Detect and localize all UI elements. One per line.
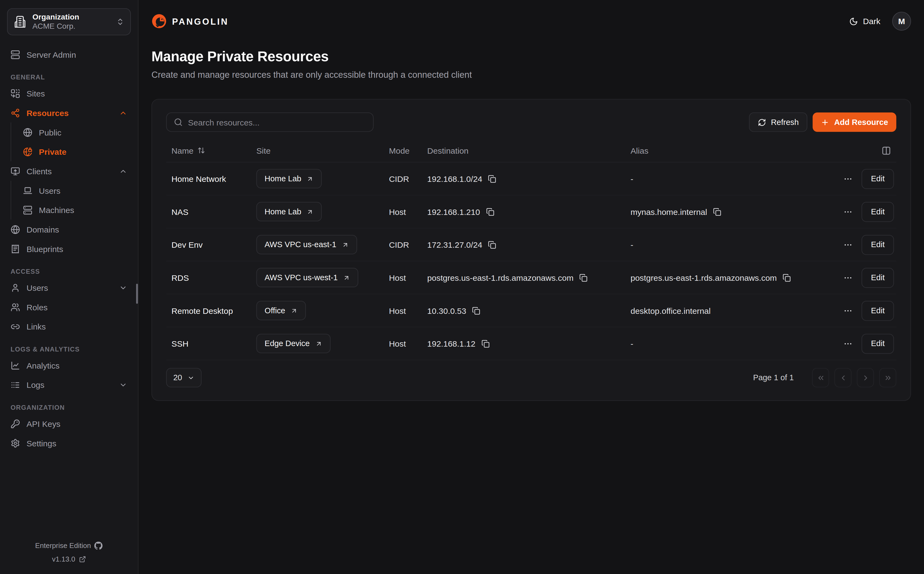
- copy-destination-button[interactable]: [481, 339, 489, 347]
- edit-button[interactable]: Edit: [862, 202, 894, 222]
- edit-button[interactable]: Edit: [862, 268, 894, 287]
- resource-mode: Host: [389, 273, 427, 282]
- row-menu-button[interactable]: [843, 306, 853, 315]
- copy-alias-button[interactable]: [713, 208, 721, 216]
- copy-icon: [488, 240, 496, 249]
- row-menu-button[interactable]: [843, 240, 853, 249]
- site-link-button[interactable]: AWS VPC us-east-1: [256, 235, 357, 254]
- plus-icon: [821, 118, 829, 126]
- search-box[interactable]: [166, 112, 374, 132]
- globe-icon: [23, 128, 33, 137]
- site-link-button[interactable]: Home Lab: [256, 202, 322, 221]
- site-link-button[interactable]: Home Lab: [256, 169, 322, 188]
- sidebar-item-users[interactable]: Users: [7, 278, 131, 297]
- site-link-button[interactable]: AWS VPC us-west-1: [256, 268, 358, 287]
- sidebar-item-private[interactable]: Private: [11, 142, 131, 161]
- sidebar: Organization ACME Corp. Server Admin GEN…: [0, 0, 138, 574]
- page-subtitle: Create and manage resources that are onl…: [151, 69, 911, 79]
- topbar: PANGOLIN Dark M: [151, 7, 911, 35]
- copy-icon: [486, 208, 494, 216]
- topbar-right: Dark M: [850, 12, 911, 31]
- sidebar-item-links[interactable]: Links: [7, 317, 131, 336]
- sidebar-footer: Enterprise Edition v1.13.0: [7, 541, 131, 566]
- table-row: Dev Env AWS VPC us-east-1 CIDR 172.31.27…: [166, 229, 896, 262]
- copy-icon: [783, 273, 791, 282]
- next-page-button[interactable]: [857, 368, 874, 388]
- org-selector[interactable]: Organization ACME Corp.: [7, 8, 131, 35]
- sidebar-item-domains[interactable]: Domains: [7, 219, 131, 239]
- sort-icon[interactable]: [198, 147, 205, 154]
- column-header-site: Site: [256, 146, 389, 155]
- row-menu-button[interactable]: [843, 207, 853, 216]
- copy-alias-button[interactable]: [783, 273, 791, 282]
- first-page-button[interactable]: [812, 368, 829, 388]
- sidebar-item-label: Private: [39, 147, 66, 156]
- copy-destination-button[interactable]: [488, 240, 496, 249]
- copy-destination-button[interactable]: [472, 306, 480, 315]
- resource-alias: mynas.home.internal: [630, 207, 707, 216]
- org-selector-label: Organization: [32, 12, 79, 22]
- resource-alias: -: [630, 174, 633, 183]
- version-link[interactable]: v1.13.0: [52, 555, 86, 563]
- refresh-button[interactable]: Refresh: [749, 112, 808, 132]
- ellipsis-icon: [843, 174, 853, 183]
- globe-icon: [11, 225, 20, 234]
- sidebar-item-client-users[interactable]: Users: [11, 181, 131, 200]
- copy-destination-button[interactable]: [486, 208, 494, 216]
- sidebar-item-analytics[interactable]: Analytics: [7, 356, 131, 375]
- sidebar-scrollbar-thumb[interactable]: [136, 284, 138, 304]
- sidebar-item-resources[interactable]: Resources: [7, 103, 131, 123]
- edit-button[interactable]: Edit: [862, 301, 894, 321]
- sidebar-item-api-keys[interactable]: API Keys: [7, 414, 131, 433]
- sidebar-item-clients[interactable]: Clients: [7, 161, 131, 181]
- sidebar-item-settings[interactable]: Settings: [7, 433, 131, 453]
- site-link-button[interactable]: Office: [256, 301, 306, 320]
- column-header-destination: Destination: [427, 146, 630, 155]
- edit-button[interactable]: Edit: [862, 169, 894, 189]
- column-header-name[interactable]: Name: [171, 146, 256, 155]
- row-menu-button[interactable]: [843, 273, 853, 282]
- resource-name: NAS: [171, 207, 256, 216]
- arrow-up-right-icon: [315, 340, 322, 347]
- site-link-button[interactable]: Edge Device: [256, 334, 331, 353]
- table-row: NAS Home Lab Host 192.168.1.210 mynas.ho…: [166, 196, 896, 229]
- last-page-button[interactable]: [879, 368, 896, 388]
- sidebar-item-logs[interactable]: Logs: [7, 375, 131, 394]
- row-menu-button[interactable]: [843, 174, 853, 183]
- sidebar-item-public[interactable]: Public: [11, 123, 131, 142]
- columns-toggle-icon[interactable]: [882, 146, 891, 155]
- ellipsis-icon: [843, 207, 853, 216]
- add-resource-button[interactable]: Add Resource: [813, 112, 896, 132]
- resource-alias: postgres.us-east-1.rds.amazonaws.com: [630, 273, 777, 282]
- brand[interactable]: PANGOLIN: [151, 14, 229, 29]
- section-label-access: ACCESS: [7, 268, 131, 275]
- resources-card: Refresh Add Resource Name Site Mode Dest…: [151, 99, 911, 401]
- key-icon: [11, 419, 20, 429]
- sidebar-item-sites[interactable]: Sites: [7, 84, 131, 103]
- sidebar-item-roles[interactable]: Roles: [7, 297, 131, 317]
- edit-button[interactable]: Edit: [862, 334, 894, 354]
- sidebar-item-server-admin[interactable]: Server Admin: [7, 45, 131, 64]
- arrow-up-right-icon: [307, 208, 313, 215]
- sidebar-item-label: Machines: [39, 205, 74, 214]
- chevron-left-icon: [839, 374, 847, 382]
- search-input[interactable]: [188, 117, 366, 127]
- sidebar-item-machines[interactable]: Machines: [11, 200, 131, 220]
- building-icon: [14, 15, 27, 28]
- server-icon: [11, 50, 20, 59]
- row-menu-button[interactable]: [843, 339, 853, 348]
- section-label-organization: ORGANIZATION: [7, 404, 131, 411]
- copy-destination-button[interactable]: [579, 273, 588, 282]
- edit-button[interactable]: Edit: [862, 235, 894, 255]
- gear-icon: [11, 438, 20, 448]
- prev-page-button[interactable]: [834, 368, 851, 388]
- copy-icon: [472, 306, 480, 315]
- resource-destination: 192.168.1.210: [427, 207, 480, 216]
- page-size-select[interactable]: 20: [166, 368, 202, 388]
- copy-destination-button[interactable]: [488, 175, 496, 183]
- theme-toggle-button[interactable]: Dark: [850, 17, 880, 26]
- avatar[interactable]: M: [892, 12, 911, 31]
- arrow-up-right-icon: [291, 307, 297, 314]
- sidebar-item-blueprints[interactable]: Blueprints: [7, 239, 131, 259]
- edition-link[interactable]: Enterprise Edition: [35, 541, 103, 550]
